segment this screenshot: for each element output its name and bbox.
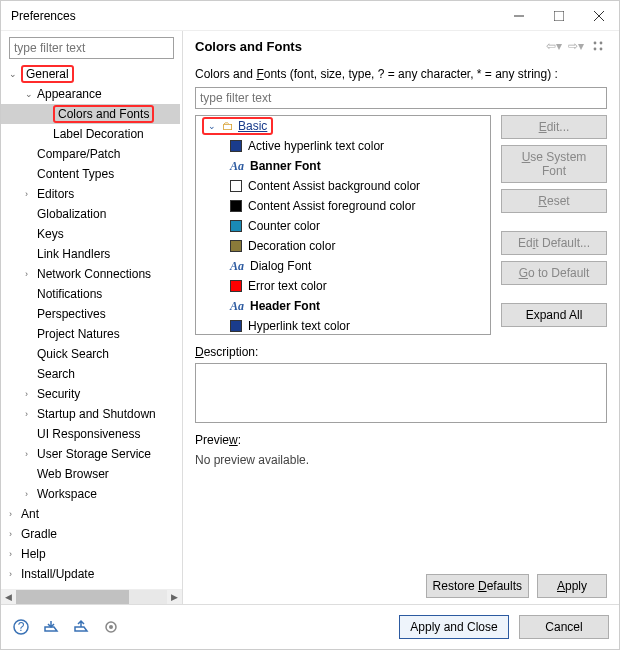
color-font-item[interactable]: Content Assist background color xyxy=(196,176,490,196)
tree-node-general[interactable]: ⌄General xyxy=(1,64,180,84)
edit-button[interactable]: Edit... xyxy=(501,115,607,139)
tree-node-content-types[interactable]: Content Types xyxy=(1,164,180,184)
tree-node-project-natures[interactable]: Project Natures xyxy=(1,324,180,344)
tree-node-ui-responsiveness[interactable]: UI Responsiveness xyxy=(1,424,180,444)
tree-node-appearance[interactable]: ⌄Appearance xyxy=(1,84,180,104)
tree-node-notifications[interactable]: Notifications xyxy=(1,284,180,304)
tree-node-editors[interactable]: ›Editors xyxy=(1,184,180,204)
svg-point-4 xyxy=(594,42,597,45)
item-label: Content Assist background color xyxy=(248,179,420,193)
expand-all-button[interactable]: Expand All xyxy=(501,303,607,327)
svg-point-7 xyxy=(600,48,603,51)
item-label: Header Font xyxy=(250,299,320,313)
font-icon: Aa xyxy=(230,259,244,274)
color-font-item[interactable]: AaBanner Font xyxy=(196,156,490,176)
help-icon[interactable]: ? xyxy=(11,617,31,637)
caret-icon: › xyxy=(9,569,21,579)
tree-node-label: Ant xyxy=(21,507,39,521)
preferences-tree[interactable]: ⌄General⌄AppearanceColors and FontsLabel… xyxy=(1,64,182,589)
tree-node-keys[interactable]: Keys xyxy=(1,224,180,244)
color-font-item[interactable]: Content Assist foreground color xyxy=(196,196,490,216)
scroll-left-icon[interactable]: ◀ xyxy=(1,592,16,602)
button-column: Edit... Use System Font Reset Edit Defau… xyxy=(501,115,607,335)
tree-node-label: Network Connections xyxy=(37,267,151,281)
tree-node-gradle[interactable]: ›Gradle xyxy=(1,524,180,544)
color-font-item[interactable]: Error text color xyxy=(196,276,490,296)
sidebar-hscroll[interactable]: ◀ ▶ xyxy=(1,589,182,604)
color-font-item[interactable]: Hyperlink text color xyxy=(196,316,490,335)
go-to-default-button[interactable]: Go to Default xyxy=(501,261,607,285)
tree-node-user-storage-service[interactable]: ›User Storage Service xyxy=(1,444,180,464)
tree-node-ant[interactable]: ›Ant xyxy=(1,504,180,524)
font-icon: Aa xyxy=(230,159,244,174)
colors-fonts-tree[interactable]: ⌄🗀BasicActive hyperlink text colorAaBann… xyxy=(195,115,491,335)
svg-text:?: ? xyxy=(18,620,25,634)
tree-node-search[interactable]: Search xyxy=(1,364,180,384)
tree-node-label: Globalization xyxy=(37,207,106,221)
cancel-button[interactable]: Cancel xyxy=(519,615,609,639)
tree-node-label: Startup and Shutdown xyxy=(37,407,156,421)
forward-icon[interactable]: ⇨▾ xyxy=(567,37,585,55)
oomph-icon[interactable] xyxy=(101,617,121,637)
close-button[interactable] xyxy=(579,1,619,31)
menu-icon[interactable] xyxy=(589,37,607,55)
caret-icon: › xyxy=(25,449,37,459)
reset-button[interactable]: Reset xyxy=(501,189,607,213)
maximize-button[interactable] xyxy=(539,1,579,31)
apply-and-close-button[interactable]: Apply and Close xyxy=(399,615,509,639)
color-swatch xyxy=(230,200,242,212)
svg-point-11 xyxy=(109,625,113,629)
tree-node-link-handlers[interactable]: Link Handlers xyxy=(1,244,180,264)
item-label: Active hyperlink text color xyxy=(248,139,384,153)
content-pane: Colors and Fonts ⇦▾ ⇨▾ Colors and Fonts … xyxy=(183,31,619,604)
svg-rect-1 xyxy=(554,11,564,21)
caret-icon: ⌄ xyxy=(9,69,21,79)
content-filter-input[interactable] xyxy=(195,87,607,109)
export-icon[interactable] xyxy=(71,617,91,637)
colors-fonts-row: ⌄🗀BasicActive hyperlink text colorAaBann… xyxy=(195,115,607,335)
tree-node-globalization[interactable]: Globalization xyxy=(1,204,180,224)
minimize-button[interactable] xyxy=(499,1,539,31)
color-font-item[interactable]: Decoration color xyxy=(196,236,490,256)
restore-defaults-button[interactable]: Restore Defaults xyxy=(426,574,529,598)
sidebar-filter-input[interactable] xyxy=(9,37,174,59)
apply-button[interactable]: Apply xyxy=(537,574,607,598)
tree-node-label: Compare/Patch xyxy=(37,147,120,161)
description-text: Colors and Fonts (font, size, type, ? = … xyxy=(195,67,607,81)
tree-node-perspectives[interactable]: Perspectives xyxy=(1,304,180,324)
tree-node-quick-search[interactable]: Quick Search xyxy=(1,344,180,364)
tree-node-security[interactable]: ›Security xyxy=(1,384,180,404)
tree-node-label: Security xyxy=(37,387,80,401)
color-font-item[interactable]: Counter color xyxy=(196,216,490,236)
tree-node-label-decoration[interactable]: Label Decoration xyxy=(1,124,180,144)
description-label: Description: xyxy=(195,345,607,359)
tree-node-label: Gradle xyxy=(21,527,57,541)
color-font-item[interactable]: AaHeader Font xyxy=(196,296,490,316)
sidebar: ⌄General⌄AppearanceColors and FontsLabel… xyxy=(1,31,183,604)
caret-icon: › xyxy=(25,269,37,279)
tree-node-compare-patch[interactable]: Compare/Patch xyxy=(1,144,180,164)
color-font-item[interactable]: AaDialog Font xyxy=(196,256,490,276)
item-label: Banner Font xyxy=(250,159,321,173)
tree-node-install-update[interactable]: ›Install/Update xyxy=(1,564,180,584)
import-icon[interactable] xyxy=(41,617,61,637)
item-label: Content Assist foreground color xyxy=(248,199,415,213)
tree-root-label: Basic xyxy=(238,119,267,133)
tree-node-web-browser[interactable]: Web Browser xyxy=(1,464,180,484)
color-swatch xyxy=(230,280,242,292)
back-icon[interactable]: ⇦▾ xyxy=(545,37,563,55)
item-label: Decoration color xyxy=(248,239,335,253)
tree-node-help[interactable]: ›Help xyxy=(1,544,180,564)
color-swatch xyxy=(230,140,242,152)
tree-node-startup-and-shutdown[interactable]: ›Startup and Shutdown xyxy=(1,404,180,424)
color-font-item[interactable]: Active hyperlink text color xyxy=(196,136,490,156)
color-swatch xyxy=(230,320,242,332)
tree-node-colors-and-fonts[interactable]: Colors and Fonts xyxy=(1,104,180,124)
edit-default-button[interactable]: Edit Default... xyxy=(501,231,607,255)
caret-icon: › xyxy=(9,549,21,559)
tree-node-workspace[interactable]: ›Workspace xyxy=(1,484,180,504)
tree-node-network-connections[interactable]: ›Network Connections xyxy=(1,264,180,284)
scroll-right-icon[interactable]: ▶ xyxy=(167,592,182,602)
use-system-font-button[interactable]: Use System Font xyxy=(501,145,607,183)
tree-root-basic[interactable]: ⌄🗀Basic xyxy=(196,116,490,136)
